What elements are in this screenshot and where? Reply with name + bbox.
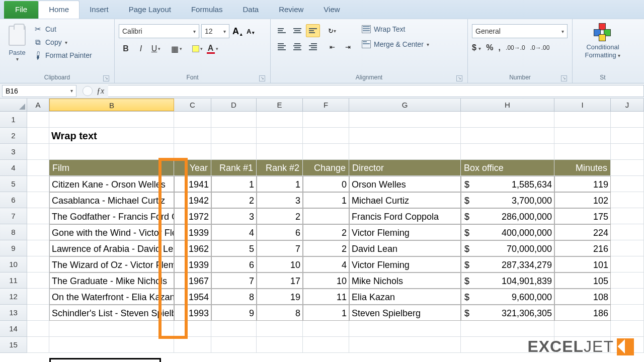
cell-year[interactable]: 1967 (174, 273, 211, 289)
cell-minutes[interactable]: 216 (554, 240, 611, 256)
orientation-button[interactable]: ↻▾ (325, 24, 339, 37)
cell-rank2[interactable]: 17 (257, 273, 303, 289)
col-header-j[interactable]: J (611, 99, 644, 111)
align-left-button[interactable] (275, 40, 289, 53)
cell-minutes[interactable]: 224 (554, 224, 611, 240)
italic-button[interactable]: I (134, 42, 148, 55)
row-header[interactable]: 4 (0, 160, 27, 176)
col-header-c[interactable]: C (174, 99, 211, 111)
cell-film[interactable]: Gone with the Wind - Victor Fleming (49, 224, 174, 240)
cell-year[interactable]: 1942 (174, 192, 211, 208)
tab-page-layout[interactable]: Page Layout (119, 1, 181, 19)
underline-button[interactable]: U (149, 42, 163, 55)
cell-box[interactable]: 3,700,000 (461, 192, 554, 208)
copy-button[interactable]: ⧉ Copy ▾ (30, 36, 95, 48)
cell-year[interactable]: 1954 (174, 289, 211, 305)
percent-button[interactable]: % (486, 43, 493, 52)
increase-indent-button[interactable]: ⇥ (341, 40, 355, 53)
row-header[interactable]: 12 (0, 289, 27, 305)
cell-film[interactable]: Casablanca - Michael Curtiz (49, 192, 174, 208)
row-header[interactable]: 6 (0, 192, 27, 208)
col-header-f[interactable]: F (303, 99, 349, 111)
cell-rank2[interactable]: 1 (257, 176, 303, 192)
cell-minutes[interactable]: 101 (554, 256, 611, 273)
cancel-icon[interactable] (83, 86, 93, 96)
row-header[interactable]: 8 (0, 224, 27, 240)
clipboard-launcher[interactable]: ↘ (103, 75, 109, 81)
cell-rank2[interactable]: 2 (257, 208, 303, 224)
cell-rank1[interactable]: 1 (211, 176, 257, 192)
cell-director[interactable]: Elia Kazan (349, 289, 461, 305)
hdr-box[interactable]: Box office (461, 160, 554, 176)
cell-minutes[interactable]: 119 (554, 176, 611, 192)
alignment-launcher[interactable]: ↘ (456, 75, 462, 81)
grow-font-button[interactable]: A▴ (231, 26, 244, 37)
tab-insert[interactable]: Insert (79, 1, 119, 19)
hdr-change[interactable]: Change (303, 160, 349, 176)
row-header[interactable]: 2 (0, 128, 27, 144)
cell-director[interactable]: Mike Nichols (349, 273, 461, 289)
name-box[interactable]: B16▾ (2, 85, 76, 97)
cell-minutes[interactable]: 186 (554, 305, 611, 321)
select-all-corner[interactable] (0, 99, 27, 111)
cell-change[interactable]: 2 (303, 224, 349, 240)
cut-button[interactable]: ✂ Cut (30, 23, 95, 35)
cell-year[interactable]: 1962 (174, 240, 211, 256)
align-top-button[interactable] (275, 24, 289, 37)
increase-decimal-button[interactable]: .00→.0 (506, 44, 525, 51)
cell-film[interactable]: Schindler's List - Steven Spielberg (49, 305, 174, 321)
hdr-film[interactable]: Film (49, 160, 174, 176)
font-size-combo[interactable]: 12▾ (201, 24, 229, 38)
paste-button[interactable]: Paste ▾ (4, 21, 30, 66)
row-header[interactable]: 13 (0, 305, 27, 321)
hdr-director[interactable]: Director (349, 160, 461, 176)
cell-film[interactable]: The Godfather - Francis Ford Coppola (49, 208, 174, 224)
cell-year[interactable]: 1941 (174, 176, 211, 192)
tab-data[interactable]: Data (232, 1, 269, 19)
cell-box[interactable]: 400,000,000 (461, 224, 554, 240)
decrease-indent-button[interactable]: ⇤ (325, 40, 339, 53)
cell-rank1[interactable]: 4 (211, 224, 257, 240)
cell-change[interactable]: 2 (303, 240, 349, 256)
cell-rank1[interactable]: 5 (211, 240, 257, 256)
cell-rank1[interactable]: 6 (211, 256, 257, 273)
cell-box[interactable]: 104,901,839 (461, 273, 554, 289)
cell-box[interactable]: 9,600,000 (461, 289, 554, 305)
col-header-h[interactable]: H (461, 99, 554, 111)
row-header[interactable]: 9 (0, 240, 27, 256)
cell-change[interactable]: 4 (303, 256, 349, 273)
cell-box[interactable]: 287,334,279 (461, 256, 554, 273)
cell-rank1[interactable]: 3 (211, 208, 257, 224)
cell-director[interactable]: Victor Fleming (349, 256, 461, 273)
row-header[interactable]: 7 (0, 208, 27, 224)
cell-minutes[interactable]: 175 (554, 208, 611, 224)
cell-rank2[interactable]: 8 (257, 305, 303, 321)
cell-rank2[interactable]: 3 (257, 192, 303, 208)
cell-rank2[interactable]: 7 (257, 240, 303, 256)
align-center-button[interactable] (290, 40, 304, 53)
hdr-rank2[interactable]: Rank #2 (257, 160, 303, 176)
decrease-decimal-button[interactable]: .0→.00 (530, 44, 550, 51)
title-cell[interactable]: Wrap text (49, 128, 174, 144)
fill-color-button[interactable] (190, 42, 204, 55)
cell-rank2[interactable]: 10 (257, 256, 303, 273)
cell-film[interactable]: Lawrence of Arabia - David Lean (49, 240, 174, 256)
cell-director[interactable]: Francis Ford Coppola (349, 208, 461, 224)
cell-box[interactable]: 321,306,305 (461, 305, 554, 321)
cell-year[interactable]: 1993 (174, 305, 211, 321)
align-bottom-button[interactable] (306, 24, 320, 37)
cell-change[interactable]: 1 (303, 192, 349, 208)
cell-film[interactable]: Citizen Kane - Orson Welles (49, 176, 174, 192)
cell-year[interactable]: 1939 (174, 256, 211, 273)
formula-input[interactable] (108, 85, 644, 97)
fx-icon[interactable]: ƒx (97, 86, 104, 96)
cell-change[interactable]: 11 (303, 289, 349, 305)
comma-button[interactable]: , (499, 43, 501, 52)
cell-box[interactable]: 70,000,000 (461, 240, 554, 256)
cell-minutes[interactable]: 105 (554, 273, 611, 289)
wrap-text-button[interactable]: Wrap Text (360, 24, 431, 34)
align-middle-button[interactable] (290, 24, 304, 37)
font-launcher[interactable]: ↘ (259, 75, 265, 81)
cell-year[interactable]: 1972 (174, 208, 211, 224)
cell-minutes[interactable]: 108 (554, 289, 611, 305)
